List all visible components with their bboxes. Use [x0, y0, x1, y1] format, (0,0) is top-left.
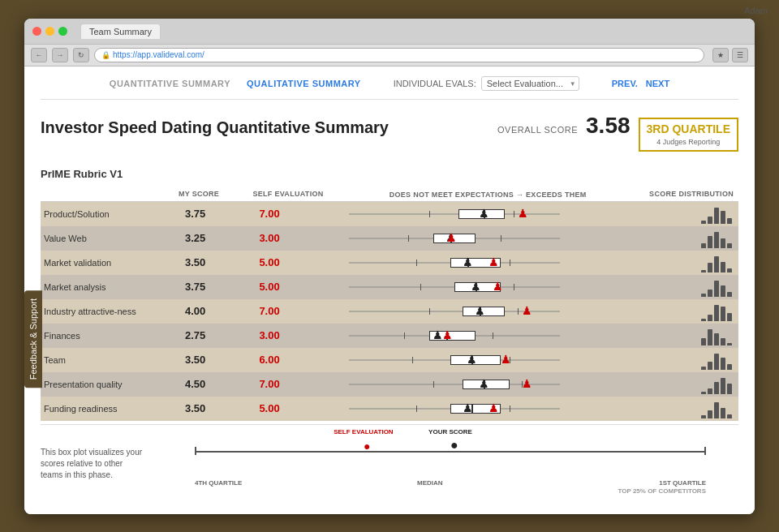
dist-bar — [701, 243, 706, 248]
col-dist-header: DOES NOT MEET EXPECTATIONS → EXCEEDS THE… — [338, 187, 643, 202]
menu-button[interactable]: ☰ — [732, 48, 748, 62]
boxplot-left-whisker — [416, 260, 417, 266]
criteria-table: MY SCORE SELF EVALUATION DOES NOT MEET E… — [41, 187, 738, 421]
boxplot-self-eval-icon: ♟ — [522, 377, 532, 388]
row-boxplot: ♟♟ — [338, 299, 643, 324]
dist-bar — [708, 362, 712, 370]
boxplot-left-whisker — [412, 357, 413, 363]
dist-bar — [714, 305, 719, 321]
boxplot-right-whisker — [518, 308, 519, 315]
legend-your-score-icon: ● — [450, 438, 458, 453]
table-row: Team3.506.00♟♟ — [41, 348, 738, 372]
dist-bar — [721, 408, 725, 418]
nav-quantitative[interactable]: QUANTITATIVE SUMMARY — [110, 79, 230, 88]
page-header: Investor Speed Dating Quantitative Summa… — [41, 100, 738, 160]
row-boxplot: ♟♟ — [338, 348, 643, 372]
top-nav: QUANTITATIVE SUMMARY QUALITATIVE SUMMARY… — [41, 66, 738, 100]
row-name: Team — [41, 348, 179, 372]
dist-bar — [727, 292, 732, 297]
row-score-dist — [643, 201, 738, 226]
boxplot-self-eval-icon: ♟ — [522, 304, 532, 315]
row-boxplot: ♟♟ — [338, 372, 643, 397]
dist-bar — [714, 333, 719, 345]
row-self-eval: 7.00 — [252, 372, 338, 397]
forward-button[interactable]: → — [52, 48, 68, 62]
dist-bar — [727, 414, 732, 418]
row-name: Market validation — [41, 251, 179, 275]
row-name: Finances — [41, 324, 179, 348]
boxplot-right-whisker — [514, 211, 514, 217]
table-row: Funding readiness3.505.00♟♟ — [41, 397, 738, 421]
table-row: Market analysis3.755.00♟♟ — [41, 275, 738, 299]
quartile-label: 3RD QUARTILE — [647, 122, 730, 135]
boxplot-your-score-icon: ♟ — [463, 255, 473, 267]
dist-bar — [727, 313, 732, 321]
row-my-score: 3.75 — [179, 201, 252, 226]
table-row: Finances2.753.00♟♟ — [41, 324, 738, 348]
bookmark-button[interactable]: ★ — [712, 48, 729, 62]
address-bar[interactable]: 🔒 https://app.valideval.com/ — [94, 48, 704, 62]
boxplot-right-whisker — [501, 235, 501, 242]
row-my-score: 4.50 — [179, 372, 252, 397]
boxplot-self-eval-icon: ♟ — [518, 207, 528, 218]
nav-qualitative[interactable]: QUALITATIVE SUMMARY — [247, 79, 361, 88]
dist-bar — [708, 263, 712, 272]
boxplot-self-eval-icon: ♟ — [501, 353, 511, 364]
row-my-score: 3.75 — [179, 275, 252, 299]
row-self-eval: 7.00 — [252, 201, 338, 226]
reload-button[interactable]: ↻ — [73, 48, 89, 62]
row-self-eval: 3.00 — [252, 324, 338, 348]
row-self-eval: 5.00 — [252, 275, 338, 299]
dist-bar — [714, 354, 719, 370]
dist-bar — [708, 290, 712, 297]
dist-bar — [721, 358, 725, 370]
row-name: Funding readiness — [41, 397, 179, 421]
dist-bar — [727, 364, 732, 369]
row-self-eval: 3.00 — [252, 226, 338, 251]
dist-bar — [701, 392, 706, 394]
browser-tab[interactable]: Team Summary — [80, 24, 161, 39]
table-row: Market validation3.505.00♟♟ — [41, 251, 738, 275]
boxplot-right-whisker — [510, 405, 510, 412]
dist-bar — [708, 388, 712, 393]
row-name: Product/Solution — [41, 201, 179, 226]
dist-bar — [701, 415, 706, 418]
dist-bar — [721, 262, 725, 272]
legend-chart: ● SELF EVALUATION ● YOUR SCORE 4TH QUART… — [162, 433, 738, 495]
col-score-header: MY SCORE — [179, 187, 252, 202]
close-button[interactable] — [32, 27, 41, 36]
col-self-header: SELF EVALUATION — [252, 187, 338, 202]
page-title: Investor Speed Dating Quantitative Summa… — [41, 118, 389, 137]
dist-bar — [721, 211, 725, 224]
row-my-score: 3.50 — [179, 348, 252, 372]
dist-bar — [714, 402, 719, 418]
feedback-tab[interactable]: Feedback & Support — [24, 290, 42, 388]
table-row: Value Web3.253.00♟♟ — [41, 226, 738, 251]
boxplot-left-whisker — [404, 332, 405, 339]
dist-bar — [701, 294, 706, 296]
row-boxplot: ♟♟ — [338, 275, 643, 299]
row-my-score: 3.50 — [179, 397, 252, 421]
dist-bar — [721, 307, 725, 321]
maximize-button[interactable] — [58, 27, 67, 36]
dist-bar — [708, 236, 712, 247]
boxplot-left-whisker — [429, 211, 430, 217]
boxplot-left-whisker — [420, 284, 421, 290]
dist-bar — [721, 338, 725, 345]
legend-right-cap — [704, 447, 706, 455]
dist-bar — [721, 285, 725, 296]
evaluation-select[interactable]: Select Evaluation... — [481, 76, 579, 91]
next-button[interactable]: NEXT — [646, 79, 669, 88]
back-button[interactable]: ← — [31, 48, 47, 62]
boxplot-your-score-icon: ♟ — [479, 207, 489, 218]
prev-button[interactable]: PREV. — [612, 79, 638, 88]
quartile-box: 3RD QUARTILE 4 Judges Reporting — [639, 118, 738, 152]
minimize-button[interactable] — [45, 27, 54, 36]
overall-label: OVERALL SCORE — [497, 125, 578, 135]
row-score-dist — [643, 348, 738, 372]
boxplot-left-whisker — [433, 381, 434, 388]
dist-bar — [721, 238, 725, 247]
dist-bar — [727, 384, 732, 394]
row-boxplot: ♟♟ — [338, 201, 643, 226]
dist-bar — [708, 315, 712, 321]
